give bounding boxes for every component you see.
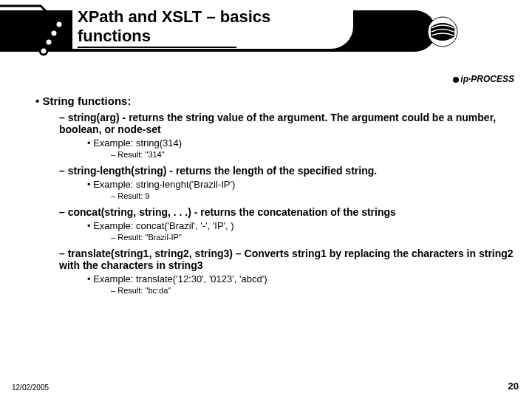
svg-point-0 <box>55 21 63 28</box>
globe-logo-icon <box>427 16 458 47</box>
title-underline <box>78 47 236 48</box>
func-desc: string-length(string) - returns the leng… <box>59 165 514 177</box>
footer-date: 12/02/2005 <box>12 383 49 392</box>
section-heading: String functions: <box>35 95 514 107</box>
ipprocess-logo: ip·PROCESS <box>448 74 514 89</box>
logo-dot-icon <box>453 77 459 83</box>
func-example: Example: string-lenght('Brazil-IP') <box>87 179 514 190</box>
func-result: Result: 9 <box>111 191 514 200</box>
func-example: Example: string(314) <box>87 137 514 149</box>
func-example: Example: translate('12:30', '0123', 'abc… <box>87 273 514 284</box>
ipprocess-logo-text: ip·PROCESS <box>460 74 514 84</box>
svg-point-1 <box>50 30 58 37</box>
footer-page-number: 20 <box>508 381 519 392</box>
func-result: Result: "314" <box>111 150 514 159</box>
slide: XPath and XSLT – basics functions ip·PRO… <box>0 0 532 399</box>
func-result: Result: "bc:da" <box>111 286 514 295</box>
slide-title: XPath and XSLT – basics functions <box>78 7 270 47</box>
slide-content: String functions: string(arg) - returns … <box>22 95 514 301</box>
func-desc: translate(string1, string2, string3) – C… <box>59 248 514 271</box>
func-desc: string(arg) - returns the string value o… <box>59 112 514 135</box>
circuit-decoration-icon <box>0 0 89 59</box>
title-line-1: XPath and XSLT – basics <box>78 7 270 26</box>
func-desc: concat(string, string, . . .) - returns … <box>59 206 514 218</box>
slide-header: XPath and XSLT – basics functions <box>0 0 532 58</box>
func-result: Result: "Brazil-IP" <box>111 233 514 242</box>
func-example: Example: concat('Brazil', '-', 'IP', ) <box>87 220 514 231</box>
svg-point-3 <box>40 47 47 55</box>
svg-point-2 <box>45 38 52 46</box>
